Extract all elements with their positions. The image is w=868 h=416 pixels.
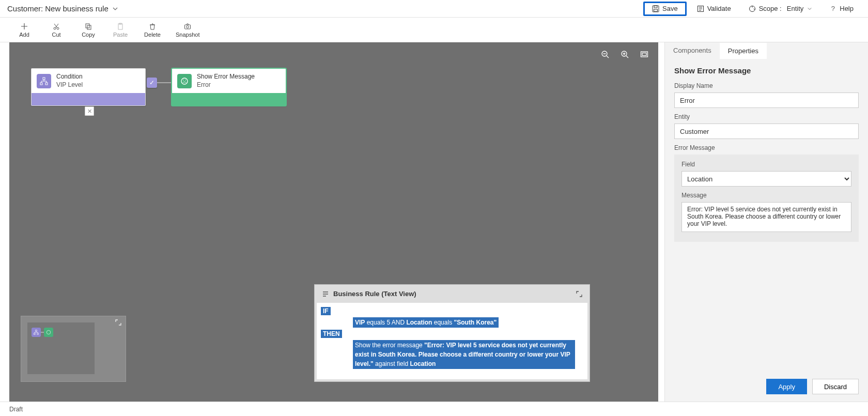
svg-point-20 — [181, 78, 188, 84]
svg-rect-17 — [43, 78, 45, 80]
then-action-text: Show the error message "Error: VIP level… — [353, 340, 575, 369]
svg-rect-18 — [40, 83, 42, 85]
minimap-condition-icon — [32, 328, 41, 337]
svg-rect-25 — [37, 333, 39, 335]
textview-title: Business Rule (Text View) — [333, 290, 416, 298]
collapse-icon[interactable] — [576, 291, 582, 297]
save-icon — [652, 5, 659, 12]
plus-icon — [20, 22, 28, 30]
paste-icon — [116, 22, 125, 30]
save-button[interactable]: Save — [643, 2, 687, 16]
then-keyword: THEN — [321, 330, 342, 338]
toolbar: Add Cut Copy Paste Delete Snapshot — [0, 18, 868, 42]
canvas-tools — [600, 50, 649, 59]
svg-rect-16 — [642, 53, 646, 56]
display-name-label: Display Name — [674, 82, 859, 89]
error-message-group: Field Location Message — [674, 155, 859, 242]
svg-point-22 — [185, 80, 186, 81]
connector-line — [157, 82, 172, 83]
svg-rect-2 — [654, 9, 657, 11]
title-rule-name: New business rule — [45, 4, 109, 13]
apply-button[interactable]: Apply — [766, 379, 807, 394]
error-message-label: Error Message — [674, 144, 859, 151]
minimap[interactable] — [21, 316, 126, 382]
properties-section-title: Show Error Message — [674, 66, 859, 75]
tab-properties[interactable]: Properties — [720, 42, 767, 59]
main-area: Condition VIP Level ✓ ✕ Show Error Messa… — [0, 42, 868, 402]
status-bar: Draft — [0, 402, 868, 416]
entity-input[interactable] — [674, 124, 859, 139]
chevron-down-icon[interactable] — [113, 6, 118, 11]
scope-icon — [749, 5, 756, 12]
trash-icon — [148, 22, 157, 30]
textview-icon — [322, 290, 329, 298]
expand-icon[interactable] — [115, 319, 122, 327]
condition-node[interactable]: Condition VIP Level — [31, 68, 146, 106]
scope-dropdown[interactable]: Scope : Entity — [741, 2, 819, 16]
field-label: Field — [681, 161, 851, 168]
header-actions: Save Validate Scope : Entity ? Help — [643, 2, 861, 16]
properties-sidebar: Components Properties Show Error Message… — [664, 42, 868, 402]
message-label: Message — [681, 192, 851, 199]
page-title[interactable]: Customer: New business rule — [7, 4, 118, 13]
zoom-out-button[interactable] — [600, 50, 610, 59]
message-textarea[interactable] — [681, 202, 851, 232]
svg-rect-23 — [36, 330, 37, 332]
error-action-icon — [177, 74, 192, 88]
if-condition-text: VIP equals 5 AND Location equals "South … — [353, 317, 499, 328]
svg-rect-0 — [653, 6, 659, 12]
paste-button[interactable]: Paste — [112, 22, 129, 38]
condition-subtitle: VIP Level — [56, 81, 83, 89]
condition-footer — [32, 93, 145, 105]
svg-point-21 — [183, 80, 184, 81]
svg-point-5 — [54, 27, 56, 29]
tab-components[interactable]: Components — [665, 42, 720, 59]
delete-button[interactable]: Delete — [144, 22, 161, 38]
header-bar: Customer: New business rule Save Validat… — [0, 0, 868, 18]
svg-point-26 — [47, 330, 51, 334]
status-text: Draft — [9, 406, 23, 413]
minimap-viewport — [27, 322, 95, 374]
business-rule-text-view: Business Rule (Text View) IF VIP equals … — [314, 284, 590, 382]
if-keyword: IF — [321, 307, 331, 315]
validate-button[interactable]: Validate — [690, 2, 738, 16]
snapshot-button[interactable]: Snapshot — [176, 22, 199, 38]
condition-title: Condition — [56, 73, 83, 81]
svg-point-12 — [187, 25, 189, 28]
save-label: Save — [662, 5, 678, 12]
copy-icon — [84, 22, 92, 30]
copy-button[interactable]: Copy — [80, 22, 97, 38]
add-button[interactable]: Add — [16, 22, 33, 38]
condition-icon — [37, 74, 51, 88]
field-select[interactable]: Location — [681, 171, 851, 187]
validate-label: Validate — [707, 5, 731, 12]
textview-body[interactable]: IF VIP equals 5 AND Location equals "Sou… — [317, 303, 587, 379]
display-name-input[interactable] — [674, 93, 859, 108]
false-branch-icon: ✕ — [85, 106, 94, 116]
properties-panel: Show Error Message Display Name Entity E… — [665, 59, 868, 372]
scissors-icon — [52, 22, 60, 30]
validate-icon — [697, 5, 704, 12]
svg-rect-24 — [34, 333, 36, 335]
scope-label: Scope : — [759, 5, 782, 12]
action-footer — [172, 93, 286, 105]
entity-label: Entity — [674, 113, 859, 120]
fit-screen-button[interactable] — [640, 50, 649, 59]
svg-rect-1 — [654, 6, 657, 8]
show-error-node[interactable]: Show Error Message Error — [172, 68, 286, 106]
svg-point-6 — [57, 27, 59, 29]
designer-canvas[interactable]: Condition VIP Level ✓ ✕ Show Error Messa… — [9, 42, 658, 402]
help-button[interactable]: ? Help — [822, 2, 861, 16]
discard-button[interactable]: Discard — [812, 379, 859, 394]
action-subtitle: Error — [197, 81, 255, 89]
panel-actions: Apply Discard — [665, 372, 868, 402]
action-title: Show Error Message — [197, 73, 255, 81]
minimap-action-icon — [44, 328, 53, 337]
true-branch-icon: ✓ — [147, 78, 157, 88]
help-icon: ? — [829, 5, 836, 12]
sidebar-tabs: Components Properties — [665, 42, 868, 59]
cut-button[interactable]: Cut — [48, 22, 65, 38]
zoom-in-button[interactable] — [620, 50, 629, 59]
camera-icon — [183, 22, 192, 30]
help-label: Help — [840, 5, 854, 12]
